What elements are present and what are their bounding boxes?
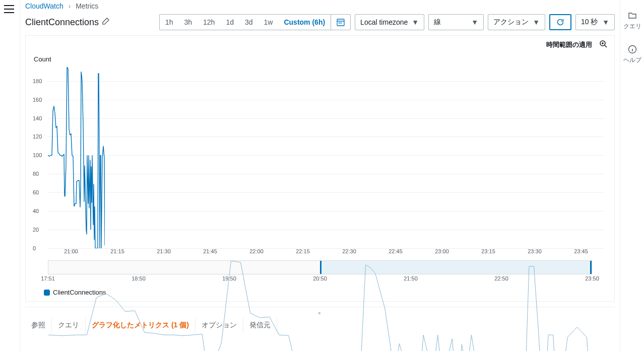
metric-title: ClientConnections	[25, 17, 99, 28]
chevron-down-icon: ▼	[412, 18, 419, 26]
actions-select[interactable]: アクション▼	[488, 14, 545, 30]
time-range-bar: 1h 3h 12h 1d 3d 1w Custom (6h)	[159, 14, 351, 30]
chart-overview-axis: 17:5118:5019:5020:5021:5022:5023:50	[48, 275, 592, 285]
breadcrumb-current: Metrics	[76, 2, 98, 10]
time-range-3d[interactable]: 3d	[239, 15, 259, 30]
time-range-1d[interactable]: 1d	[220, 15, 239, 30]
chevron-right-icon: ›	[69, 2, 71, 10]
page-title: ClientConnections	[25, 17, 109, 28]
calendar-icon[interactable]	[331, 15, 350, 30]
chevron-down-icon: ▼	[471, 18, 478, 26]
info-icon	[628, 45, 637, 54]
y-axis-label: Count	[34, 55, 607, 63]
folder-icon	[628, 11, 637, 20]
refresh-icon	[556, 18, 564, 26]
time-range-3h[interactable]: 3h	[178, 15, 198, 30]
refresh-button[interactable]	[549, 14, 571, 30]
chevron-down-icon: ▼	[533, 18, 540, 26]
svg-rect-2	[341, 23, 342, 24]
pencil-icon[interactable]	[102, 17, 109, 28]
chart-card: 時間範囲の適用 Count 020406080100120140160180 2…	[25, 35, 615, 302]
menu-icon	[4, 5, 14, 13]
time-range-1h[interactable]: 1h	[160, 15, 179, 30]
time-range-1w[interactable]: 1w	[259, 15, 279, 30]
apply-time-range[interactable]: 時間範囲の適用	[546, 40, 592, 49]
refresh-interval-select[interactable]: 10 秒▼	[575, 14, 615, 30]
svg-rect-1	[339, 23, 340, 24]
breadcrumb: CloudWatch › Metrics	[20, 0, 620, 13]
right-side-panel: クエリ ヘルプ	[620, 0, 644, 351]
chart-overview[interactable]	[48, 260, 592, 274]
time-range-custom[interactable]: Custom (6h)	[278, 15, 331, 30]
right-item-query[interactable]: クエリ	[623, 11, 641, 31]
right-item-help[interactable]: ヘルプ	[623, 45, 641, 64]
breadcrumb-root[interactable]: CloudWatch	[25, 2, 63, 10]
timezone-select[interactable]: Local timezone▼	[355, 14, 424, 30]
chart-plot[interactable]: 020406080100120140160180	[33, 67, 607, 248]
hamburger-menu[interactable]	[0, 0, 20, 351]
zoom-icon[interactable]	[599, 40, 607, 49]
time-range-12h[interactable]: 12h	[198, 15, 220, 30]
chart-x-axis: 21:0021:1521:3021:4522:0022:1522:3022:45…	[48, 248, 604, 257]
chart-type-select[interactable]: 線▼	[428, 14, 484, 30]
chevron-down-icon: ▼	[602, 18, 609, 26]
